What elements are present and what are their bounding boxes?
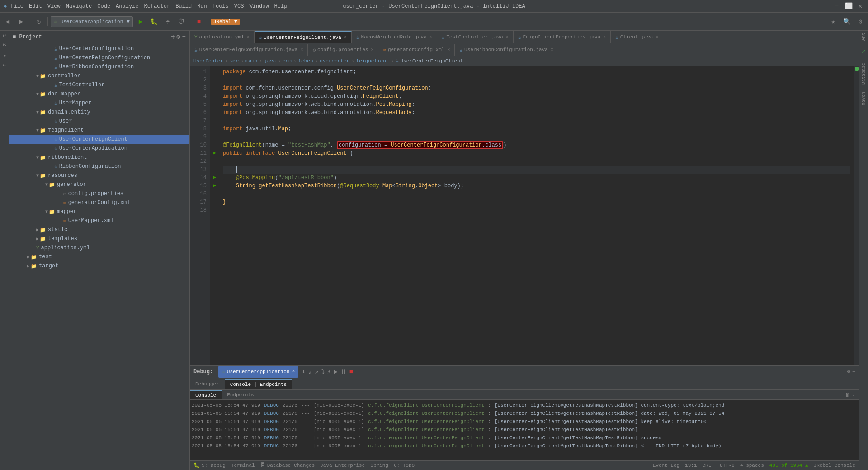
menu-file[interactable]: File [10, 3, 24, 9]
debug-step-over[interactable]: ⬇ [302, 368, 305, 375]
tree-item-UserRibbonConfiguration[interactable]: ☕ UserRibbonConfiguration [9, 62, 189, 71]
project-icon[interactable]: 1 [2, 34, 7, 37]
tab-close-button[interactable]: × [247, 35, 250, 40]
tree-item-UserCenterFeignClient[interactable]: ☕ UserCenterFeignClient [9, 135, 189, 144]
tab-close-button[interactable]: × [371, 47, 373, 52]
search-everywhere-button[interactable]: 🔍 [841, 16, 853, 28]
maven-icon[interactable]: Maven [861, 92, 866, 105]
tree-item-UserCenterConfiguration[interactable]: ☕ UserCenterConfiguration [9, 44, 189, 53]
debug-tab-console[interactable]: Console | Endpoints [225, 379, 292, 389]
minimize-button[interactable]: − [833, 2, 841, 10]
tree-item-generator[interactable]: ▼ 📁 generator [9, 180, 189, 189]
menu-edit[interactable]: Edit [29, 3, 42, 9]
tree-item-controller[interactable]: ▼ 📁 controller [9, 71, 189, 81]
database-status-item[interactable]: 🗄 Database Changes [260, 462, 315, 468]
breadcrumb-main[interactable]: main [245, 58, 257, 64]
tab-close-button[interactable]: × [447, 47, 450, 52]
debug-status-item[interactable]: 🐛 5: Debug [193, 462, 226, 468]
debug-app-tab[interactable]: ☕ UserCenterApplication × [218, 366, 298, 378]
debug-log-content[interactable]: 2021-05-05 15:54:47.919 DEBUG 22176 --- … [190, 400, 859, 460]
console-scroll-button[interactable]: ↓ [852, 392, 855, 399]
tree-item-domain-entity[interactable]: ▼ 📁 domain.entity [9, 108, 189, 117]
charset-indicator[interactable]: UTF-8 [720, 463, 735, 468]
gutter-arrow-11[interactable]: ▶ [210, 149, 219, 157]
menu-view[interactable]: View [47, 3, 61, 9]
jrebel-icon[interactable]: J [2, 64, 7, 66]
tab-close-button[interactable]: × [344, 35, 347, 40]
refresh-button[interactable]: ↻ [33, 16, 45, 28]
coverage-button[interactable]: ☂ [162, 16, 174, 28]
menu-refactor[interactable]: Refactor [144, 3, 170, 9]
event-log-link[interactable]: Event Log [653, 463, 679, 468]
close-button[interactable]: ✕ [856, 2, 864, 10]
tree-item-ribbonclient[interactable]: ▼ 📁 ribbonclient [9, 153, 189, 162]
tree-item-templates[interactable]: ▶ 📁 templates [9, 234, 189, 243]
tree-item-RibbonConfiguration[interactable]: ☕ RibbonConfiguration [9, 162, 189, 171]
tree-item-generatorConfig-xml[interactable]: ⌨ generatorConfig.xml [9, 198, 189, 207]
debug-run-to-cursor[interactable]: ⤵ [321, 368, 325, 375]
debug-stop[interactable]: ■ [349, 368, 353, 375]
tab-application-yml[interactable]: Y application.yml × [190, 31, 255, 43]
gutter-arrow-15[interactable]: ▶ [210, 182, 219, 190]
tab-close-button[interactable]: × [429, 35, 432, 40]
forward-button[interactable]: ▶ [15, 16, 27, 28]
menu-tools[interactable]: Tools [212, 3, 229, 9]
tree-item-target[interactable]: ▶ 📁 target [9, 261, 189, 271]
tab-close-button[interactable]: × [656, 35, 658, 40]
endpoints-subtab[interactable]: Endpoints [222, 390, 259, 399]
console-subtab[interactable]: Console [190, 390, 222, 399]
tab-UserRibbonConfiguration[interactable]: ☕ UserRibbonConfiguration.java × [455, 44, 558, 56]
tab-NacosWeightedRule[interactable]: ☕ NacosWeightedRule.java × [352, 31, 437, 43]
debug-step-out[interactable]: ↗ [315, 368, 318, 375]
maximize-button[interactable]: ⬜ [844, 2, 853, 10]
tree-item-UserMapper-xml[interactable]: ⌨ UserMapper.xml [9, 216, 189, 225]
breadcrumb-usercenter2[interactable]: usercenter [320, 58, 349, 64]
run-button[interactable]: ▶ [135, 16, 146, 28]
settings-button[interactable]: ⚙ [854, 16, 866, 28]
menu-window[interactable]: Window [249, 3, 269, 9]
back-button[interactable]: ◀ [2, 16, 14, 28]
tab-close-button[interactable]: × [506, 35, 509, 40]
run-config-combo[interactable]: ☕ UserCenterApplication ▼ [51, 16, 133, 27]
tree-item-test[interactable]: ▶ 📁 test [9, 252, 189, 261]
bookmark-button[interactable]: ★ [827, 16, 839, 28]
breadcrumb-feignclient[interactable]: feignclient [356, 58, 389, 64]
tree-item-dao-mapper[interactable]: ▼ 📁 dao.mapper [9, 90, 189, 99]
console-clear-button[interactable]: 🗑 [845, 392, 850, 399]
menu-vcs[interactable]: VCS [234, 3, 244, 9]
spring-item[interactable]: Spring [370, 463, 388, 468]
profile-button[interactable]: ⏱ [175, 16, 187, 28]
tree-item-User[interactable]: ☕ User [9, 117, 189, 126]
terminal-status-item[interactable]: Terminal [231, 463, 255, 468]
debug-pause[interactable]: ⏸ [340, 368, 347, 375]
check-icon[interactable]: ✓ [862, 48, 865, 56]
tree-item-static[interactable]: ▶ 📁 static [9, 225, 189, 234]
tree-item-UserCenterApplication[interactable]: ☕ UserCenterApplication [9, 144, 189, 153]
structure-icon[interactable]: 2 [2, 43, 7, 46]
menu-help[interactable]: Help [274, 3, 288, 9]
jrebel-badge[interactable]: JRebel ▼ [211, 19, 240, 25]
database-right-icon[interactable]: Database [861, 63, 866, 85]
breadcrumb-fchen[interactable]: fchen [298, 58, 313, 64]
todo-item[interactable]: 6: TODO [394, 463, 415, 468]
tab-close-button[interactable]: × [300, 47, 303, 52]
debug-button[interactable]: 🐛 [148, 16, 160, 28]
tree-item-resources[interactable]: ▼ 📁 resources [9, 171, 189, 180]
breadcrumb-src[interactable]: src [230, 58, 239, 64]
debug-settings-button[interactable]: ⚙ [847, 368, 850, 375]
tree-item-UserCenterFeignConfiguration[interactable]: ☕ UserCenterFeignConfiguration [9, 53, 189, 62]
tree-item-UserMapper[interactable]: ☕ UserMapper [9, 99, 189, 108]
stop-button[interactable]: ■ [193, 16, 205, 28]
ant-icon[interactable]: Ant [861, 33, 866, 41]
tab-Client[interactable]: ☕ Client.java × [611, 31, 663, 43]
debug-tab-close[interactable]: × [292, 369, 295, 374]
tree-item-config-properties[interactable]: ⚙ config.properties [9, 189, 189, 198]
scrollbar-vertical[interactable] [854, 66, 859, 365]
tab-TestController[interactable]: ☕ TestController.java × [437, 31, 514, 43]
tree-item-feignclient[interactable]: ▼ 📁 feignclient [9, 126, 189, 135]
menu-code[interactable]: Code [97, 3, 110, 9]
debug-minimize-button[interactable]: − [852, 369, 855, 375]
debug-resume[interactable]: ▶ [334, 368, 337, 375]
tab-close-button[interactable]: × [551, 47, 553, 52]
gutter-arrow-14[interactable]: ▶ [210, 174, 219, 182]
